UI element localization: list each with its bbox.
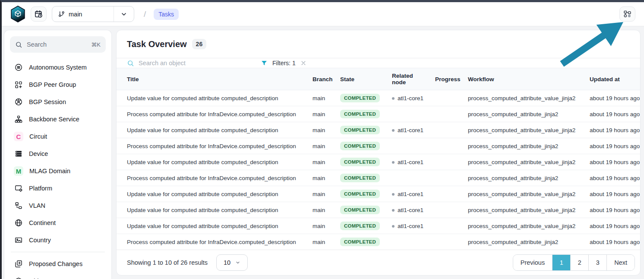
cell-branch: main	[309, 106, 337, 122]
top-bar: main / Tasks	[2, 2, 644, 26]
related-node-link[interactable]: atl1-core1	[398, 95, 423, 101]
cell-title: Update value for computed attribute comp…	[117, 202, 309, 218]
sidebar-item-backbone-service[interactable]: Backbone Service	[10, 111, 106, 128]
table-row[interactable]: Process computed attribute for InfraDevi…	[117, 234, 640, 250]
previous-page-button[interactable]: Previous	[513, 255, 552, 270]
node-dot-icon	[392, 97, 395, 100]
branch-selector-toggle[interactable]	[114, 6, 134, 22]
col-title: Title	[117, 68, 309, 90]
related-node-link[interactable]: atl1-core1	[398, 207, 423, 213]
cell-state: COMPLETED	[337, 234, 388, 250]
cell-branch: main	[309, 154, 337, 170]
state-badge: COMPLETED	[340, 206, 380, 214]
sidebar-item-label: Proposed Changes	[29, 260, 82, 267]
pagination: Previous 1 2 3 Next	[513, 254, 635, 271]
col-branch: Branch	[309, 68, 337, 90]
sidebar-item-label: Platform	[29, 185, 52, 192]
sidebar-item-label: VLAN	[29, 202, 45, 209]
cell-progress	[432, 106, 464, 122]
state-badge: COMPLETED	[340, 110, 380, 118]
next-page-button[interactable]: Next	[606, 255, 635, 270]
node-dot-icon	[392, 209, 395, 212]
proposed-changes-icon	[14, 260, 23, 269]
sidebar-item-platform[interactable]: Platform	[10, 180, 106, 197]
related-node-link[interactable]: atl1-core1	[398, 159, 423, 165]
table-row[interactable]: Process computed attribute for InfraDevi…	[117, 106, 640, 122]
sidebar-item-circuit[interactable]: C Circuit	[10, 128, 106, 145]
cell-updated-at: about 19 hours ago	[586, 234, 640, 250]
table-header-row: Title Branch State Related node Progress…	[117, 68, 640, 90]
cell-updated-at: about 19 hours ago	[586, 106, 640, 122]
object-search-placeholder: Search an object	[139, 60, 186, 67]
table-toolbar: Search an object Filters: 1	[117, 58, 640, 68]
cell-branch: main	[309, 202, 337, 218]
cell-title: Update value for computed attribute comp…	[117, 90, 309, 106]
cell-state: COMPLETED	[337, 170, 388, 186]
cell-branch: main	[309, 218, 337, 234]
col-progress: Progress	[432, 68, 464, 90]
branch-selector-value[interactable]: main	[52, 6, 114, 22]
filters-count-label[interactable]: Filters: 1	[272, 60, 296, 67]
table-row[interactable]: Update value for computed attribute comp…	[117, 154, 640, 170]
cell-state: COMPLETED	[337, 218, 388, 234]
related-node-link[interactable]: atl1-core1	[398, 223, 423, 229]
table-row[interactable]: Process computed attribute for InfraDevi…	[117, 170, 640, 186]
sidebar-item-vlan[interactable]: VLAN	[10, 197, 106, 214]
sidebar-item-country[interactable]: Country	[10, 231, 106, 249]
table-row[interactable]: Update value for computed attribute comp…	[117, 90, 640, 106]
cell-state: COMPLETED	[337, 90, 388, 106]
cell-related-node: atl1-core1	[388, 90, 432, 106]
table-row[interactable]: Update value for computed attribute comp…	[117, 202, 640, 218]
cell-workflow: process_computed_attribute_value_jinja2	[464, 218, 586, 234]
sidebar-item-label: Country	[29, 237, 51, 244]
object-management-icon	[14, 277, 23, 279]
clear-filters-icon[interactable]	[300, 60, 306, 66]
filter-funnel-icon[interactable]	[261, 60, 268, 67]
sidebar-item-proposed-changes[interactable]: Proposed Changes	[10, 255, 106, 273]
cell-updated-at: about 19 hours ago	[586, 154, 640, 170]
branch-selector[interactable]: main	[52, 6, 134, 22]
breadcrumb-separator: /	[144, 10, 146, 19]
cell-related-node	[388, 170, 432, 186]
sidebar-item-device[interactable]: Device	[10, 145, 106, 162]
node-dot-icon	[392, 193, 395, 196]
backbone-service-icon	[14, 115, 23, 124]
sidebar-item-bgp-session[interactable]: BGP Session	[10, 93, 106, 111]
sidebar-item-mlag-domain[interactable]: M MLAG Domain	[10, 162, 106, 180]
cell-updated-at: about 19 hours ago	[586, 90, 640, 106]
schema-visualizer-button[interactable]	[619, 6, 635, 22]
sidebar-item-label: MLAG Domain	[29, 168, 70, 174]
time-travel-button[interactable]	[31, 6, 47, 22]
node-dot-icon	[392, 225, 395, 228]
table-row[interactable]: Update value for computed attribute comp…	[117, 218, 640, 234]
sidebar-search-input[interactable]: Search ⌘K	[10, 36, 106, 53]
search-icon	[15, 41, 22, 48]
table-row[interactable]: Update value for computed attribute comp…	[117, 122, 640, 138]
cell-branch: main	[309, 170, 337, 186]
cell-progress	[432, 218, 464, 234]
col-related-node: Related node	[388, 68, 432, 90]
cell-related-node	[388, 234, 432, 250]
cell-progress	[432, 90, 464, 106]
cell-branch: main	[309, 138, 337, 154]
related-node-link[interactable]: atl1-core1	[398, 127, 423, 133]
related-node-link[interactable]: atl1-core1	[398, 191, 423, 197]
page-3-button[interactable]: 3	[588, 255, 606, 270]
object-search-input[interactable]: Search an object	[127, 60, 220, 67]
cell-workflow: process_computed_attribute_value_jinja2	[464, 186, 586, 202]
cell-state: COMPLETED	[337, 186, 388, 202]
sidebar-item-object-management[interactable]: Object Management	[10, 273, 106, 279]
table-row[interactable]: Update value for computed attribute comp…	[117, 186, 640, 202]
page-1-button[interactable]: 1	[552, 255, 570, 270]
sidebar-item-bgp-peer-group[interactable]: BGP Peer Group	[10, 76, 106, 93]
page-size-select[interactable]: 10	[216, 254, 248, 271]
chevron-down-icon	[120, 11, 127, 18]
breadcrumb-tasks[interactable]: Tasks	[154, 9, 179, 20]
page-2-button[interactable]: 2	[570, 255, 588, 270]
sidebar-item-autonomous-system[interactable]: Autonomous System	[10, 59, 106, 76]
cell-title: Update value for computed attribute comp…	[117, 218, 309, 234]
sidebar-item-continent[interactable]: Continent	[10, 214, 106, 231]
table-row[interactable]: Process computed attribute for InfraDevi…	[117, 138, 640, 154]
infrahub-logo[interactable]	[10, 6, 25, 22]
cell-state: COMPLETED	[337, 138, 388, 154]
